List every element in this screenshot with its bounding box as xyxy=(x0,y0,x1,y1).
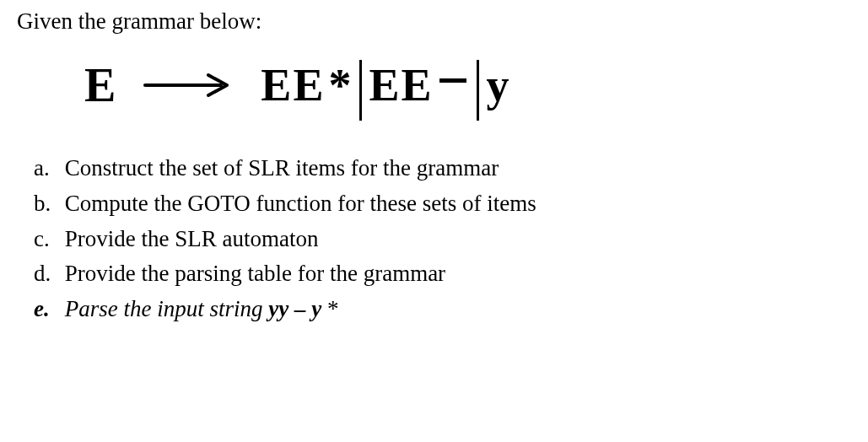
part-a-text: Construct the set of SLR items for the g… xyxy=(65,155,499,181)
question-parts: a. Construct the set of SLR items for th… xyxy=(17,153,851,326)
part-b-text: Compute the GOTO function for these sets… xyxy=(65,191,536,216)
part-e-prefix: Parse the input string xyxy=(65,296,269,321)
part-d-label: d. xyxy=(34,258,59,290)
grammar-lhs: E xyxy=(84,58,116,112)
grammar-rhs: EE * EE y xyxy=(259,55,512,116)
part-e: e. Parse the input string yy – y * xyxy=(34,294,851,326)
arrow-icon xyxy=(141,68,234,102)
rhs-alt1-star: * xyxy=(328,59,353,111)
part-b: b. Compute the GOTO function for these s… xyxy=(34,188,851,220)
minus-icon xyxy=(439,78,466,83)
part-d-text: Provide the parsing table for the gramma… xyxy=(65,261,445,286)
part-e-expr-yy: yy xyxy=(268,296,288,321)
part-e-expr-dash: – xyxy=(288,296,311,321)
rhs-alt3-y: y xyxy=(486,59,510,111)
part-c: c. Provide the SLR automaton xyxy=(34,224,851,256)
alt-separator-icon xyxy=(477,60,479,121)
part-e-expr-star: * xyxy=(321,296,338,321)
part-e-expr-y: y xyxy=(311,296,321,321)
grammar-production: E EE * EE y xyxy=(17,43,851,127)
part-d: d. Provide the parsing table for the gra… xyxy=(34,258,851,290)
intro-text: Given the grammar below: xyxy=(17,8,851,35)
part-e-label: e. xyxy=(34,294,59,326)
rhs-alt1-EE: EE xyxy=(261,59,325,111)
part-c-label: c. xyxy=(34,224,59,256)
part-b-label: b. xyxy=(34,188,59,220)
alt-separator-icon xyxy=(359,60,362,121)
part-a: a. Construct the set of SLR items for th… xyxy=(34,153,851,185)
part-a-label: a. xyxy=(34,153,59,185)
rhs-alt2-EE: EE xyxy=(369,59,433,111)
part-c-text: Provide the SLR automaton xyxy=(65,226,319,251)
